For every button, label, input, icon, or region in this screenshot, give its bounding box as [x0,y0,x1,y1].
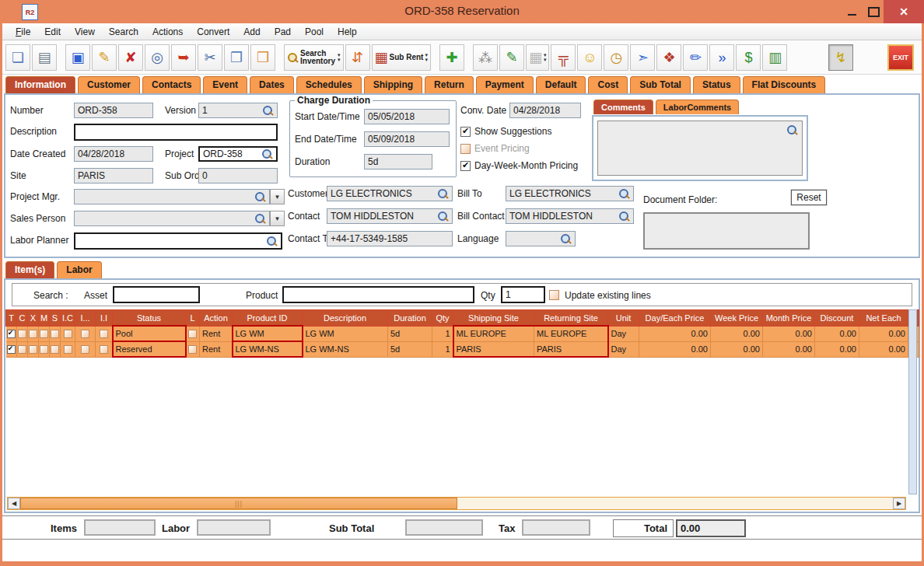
number-field[interactable]: ORD-358 [74,103,153,118]
magnifier-icon[interactable] [254,213,266,225]
col-header-s[interactable]: S [50,310,61,327]
col-header-x[interactable]: X [28,310,39,327]
quote-dollar-button[interactable]: $ [736,44,761,71]
cell-l[interactable] [186,326,200,341]
checkbox-unchecked-icon[interactable] [100,345,108,354]
checkbox-checked-icon[interactable] [7,345,16,354]
magnifier-icon[interactable] [560,233,572,245]
save-button[interactable]: ▣ [65,44,90,71]
edit-pencil-button[interactable]: ✎ [92,44,117,71]
lightning-button[interactable]: ↯ [828,44,853,71]
cell-month_price[interactable]: 0.00 [763,326,815,341]
asset-input[interactable] [113,286,200,303]
history-folder-button[interactable]: ◷ [604,44,628,71]
tab-default[interactable]: Default [536,76,586,93]
col-header-unit[interactable]: Unit [608,310,639,327]
cell-month_price[interactable]: 0.00 [763,341,815,357]
checkbox-unchecked-icon[interactable] [81,345,89,354]
cell-day_price[interactable]: 0.00 [639,341,711,357]
col-header-month-price[interactable]: Month Price [763,310,815,327]
checkbox-checked-icon[interactable] [7,330,16,338]
tab-event[interactable]: Event [203,76,247,93]
tab-payment[interactable]: Payment [476,76,534,93]
col-header-l[interactable]: L [186,310,200,327]
cell-discount[interactable]: 0.00 [815,341,859,357]
cell-unit[interactable]: Day [608,326,639,341]
menu-help[interactable]: Help [331,23,364,40]
checkbox-unchecked-icon[interactable] [29,345,37,354]
col-header-i-i[interactable]: I.I [96,310,113,327]
tab-information[interactable]: Information [5,76,75,93]
org-chart-button[interactable]: ╦ [551,44,576,71]
magnifier-icon[interactable] [618,211,630,222]
close-button[interactable]: ✕ [884,0,924,23]
col-header-status[interactable]: Status [113,310,186,327]
contact-field[interactable]: TOM HIDDLESTON [327,208,453,224]
scroll-thumb[interactable]: ||| [20,498,457,509]
show-suggestions-option[interactable]: Show Suggestions [460,126,551,137]
tab-shipping[interactable]: Shipping [364,76,422,93]
cell-action[interactable]: Rent [200,341,233,357]
cell-c[interactable] [17,341,28,357]
cell-description[interactable]: LG WM [303,326,388,341]
cell-ii[interactable] [96,341,113,357]
col-header-returning-site[interactable]: Returning Site [534,310,608,327]
paste-button[interactable]: ❒ [250,44,275,71]
duration-field[interactable]: 5d [364,154,432,169]
cell-c[interactable] [17,326,28,341]
sales-person-field[interactable] [74,211,270,226]
cell-s[interactable] [50,341,61,357]
menu-edit[interactable]: Edit [37,23,68,40]
forward-dollar-button[interactable]: » [709,44,734,71]
dwm-pricing-option[interactable]: Day-Week-Month Pricing [460,160,578,171]
cell-net_each[interactable]: 0.00 [859,341,908,357]
checkbox-unchecked-icon[interactable] [188,345,197,354]
checkbox-unchecked-icon[interactable] [40,345,48,354]
cell-qty[interactable]: 1 [432,341,453,357]
site-field[interactable]: PARIS [74,168,153,183]
project-mgr-field[interactable] [74,189,270,204]
comments-tab-laborcomments[interactable]: LaborComments [656,100,739,114]
tab-flat-discounts[interactable]: Flat Discounts [743,76,826,93]
col-header-discount[interactable]: Discount [815,310,859,327]
cell-product_id[interactable]: LG WM-NS [233,341,303,357]
cell-idots[interactable] [75,341,96,357]
checkbox-unchecked-icon[interactable] [18,345,26,354]
tab-dates[interactable]: Dates [250,76,294,93]
cell-unit[interactable]: Day [608,341,639,357]
cell-ic[interactable] [61,341,75,357]
checkbox-unchecked-icon[interactable] [64,345,72,354]
checkbox-unchecked-icon[interactable] [29,330,37,338]
checkbox-unchecked-icon[interactable] [188,330,197,338]
cell-description[interactable]: LG WM-NS [303,341,388,357]
cell-x[interactable] [28,326,39,341]
qty-input[interactable]: 1 [501,286,545,303]
add-line-button[interactable]: ✚ [439,44,464,71]
cell-status[interactable]: Pool [113,326,186,341]
col-header-shipping-site[interactable]: Shipping Site [453,310,534,327]
menu-view[interactable]: View [68,23,102,40]
sales-person-dropdown-button[interactable]: ▼ [270,211,285,226]
labor-planner-input[interactable] [74,232,282,250]
col-header-week-price[interactable]: Week Price [711,310,763,327]
spinner-icon[interactable]: ▾▾ [425,53,428,62]
reset-button[interactable]: Reset [791,190,827,205]
col-header-day-each-price[interactable]: Day/Each Price [639,310,711,327]
cell-x[interactable] [28,341,39,357]
menu-convert[interactable]: Convert [190,23,236,40]
items-tab-item-s[interactable]: Item(s) [5,261,54,278]
spinner-icon[interactable]: ▾▾ [338,53,341,62]
checkbox-unchecked-icon[interactable] [51,330,59,338]
print-button[interactable]: ▤ [32,44,57,71]
project-field[interactable]: ORD-358 [198,146,278,162]
items-tab-labor[interactable]: Labor [57,261,101,278]
tab-contacts[interactable]: Contacts [142,76,201,93]
menu-file[interactable]: File [9,23,37,40]
cell-t[interactable] [6,326,17,341]
version-field[interactable]: 1 [198,103,278,118]
tab-cost[interactable]: Cost [588,76,628,93]
conv-date-field[interactable]: 04/28/2018 [509,103,581,118]
copy-button[interactable]: ❐ [224,44,249,71]
comments-input[interactable] [597,121,803,176]
magnifier-icon[interactable] [437,211,449,222]
